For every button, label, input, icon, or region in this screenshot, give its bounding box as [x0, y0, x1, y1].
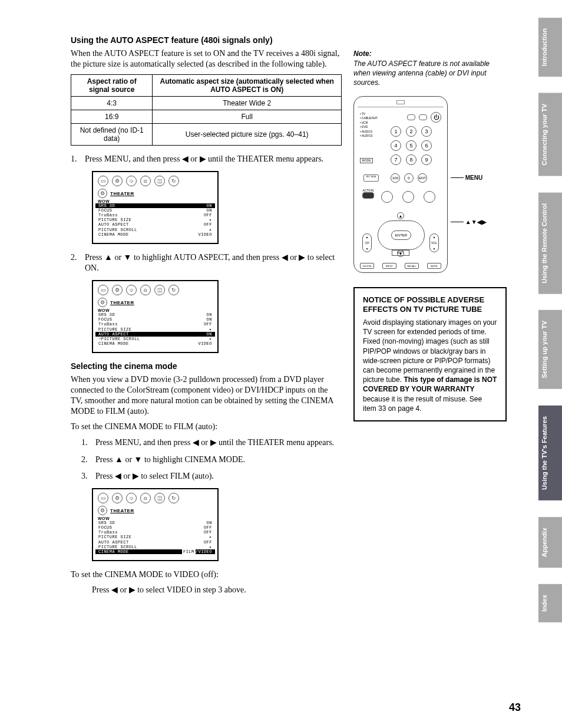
key-4: 4 — [391, 140, 401, 151]
osd-tab-icon: ⧈ — [140, 493, 151, 503]
tab-remote: Using the Remote Control — [538, 193, 562, 294]
section2-p3: To set the CINEMA MODE to VIDEO (off): — [71, 569, 342, 580]
table-cell: 4:3 — [71, 97, 153, 110]
cinema-step-3: 3.Press ◀ or ▶ to select FILM (auto). — [81, 471, 342, 482]
device-label: DVD — [360, 125, 378, 130]
osd-item: TruBass — [98, 530, 118, 535]
up-arrow-icon: ▲ — [397, 212, 404, 219]
osd-item: TruBass — [98, 322, 118, 327]
section2-p2: To set the CINEMA MODE to FILM (auto): — [71, 421, 342, 432]
note-text: The AUTO ASPECT feature is not available… — [353, 59, 507, 88]
recall-button: RECALL — [405, 263, 419, 269]
callout-arrows-label: ▲▼◀▶ — [465, 219, 487, 225]
osd-tab-icon: ☺ — [126, 176, 137, 186]
osd-title: THEATER — [110, 508, 134, 513]
osd-title: THEATER — [110, 191, 134, 196]
key-1: 1 — [391, 126, 401, 137]
osd-value: ON — [207, 521, 212, 525]
mode-button: MODE — [360, 158, 373, 163]
callout-menu: MENU — [451, 174, 482, 181]
osd-value: OFF — [204, 222, 212, 227]
step-text: Press ▲ or ▼ to highlight AUTO ASPECT, a… — [85, 252, 342, 275]
osd-subtitle: WOW — [98, 308, 213, 312]
callout-arrows: ▲▼◀▶ — [451, 219, 487, 225]
osd-item: AUTO ASPECT — [98, 332, 129, 337]
osd-item: SRS 3D — [98, 312, 115, 317]
left-column: Using the AUTO ASPECT feature (480i sign… — [71, 35, 342, 600]
osd-item: AUTO ASPECT — [98, 222, 129, 227]
osd-item: PICTURE SIZE — [98, 218, 131, 222]
step-1: 1.Press MENU, and then press ◀ or ▶ unti… — [71, 154, 342, 165]
table-cell: 16:9 — [71, 110, 153, 124]
step-number: 2. — [71, 252, 85, 275]
osd-item: FOCUS — [98, 317, 113, 322]
step-text: Press ◀ or ▶ to select FILM (auto). — [95, 471, 342, 482]
table-cell: Not defined (no ID-1 data) — [71, 124, 153, 146]
tab-introduction: Introduction — [538, 18, 562, 77]
power-button: ⏻ — [431, 112, 441, 123]
sleep-button — [419, 114, 427, 120]
key-100: 100 — [391, 173, 400, 183]
osd-screenshot-3: ▭ ⚙ ☺ ⧈ ◫ ↻ ⚙THEATER WOW SRS 3DON FOCUSO… — [92, 488, 219, 561]
table-cell: Full — [153, 110, 342, 124]
callout-menu-label: MENU — [465, 174, 482, 181]
osd-item: FOCUS — [98, 208, 113, 213]
input-button: INPUT — [382, 263, 396, 269]
osd-subtitle: WOW — [98, 516, 213, 521]
key-6: 6 — [421, 140, 432, 151]
osd-value: OFF — [204, 213, 212, 218]
notice-heading: NOTICE OF POSSIBLE ADVERSE EFFECTS ON TV… — [363, 295, 497, 315]
section1-intro: When the AUTO ASPECT feature is set to O… — [71, 48, 342, 70]
osd-item: CINEMA MODE — [98, 341, 129, 346]
ch-label: CH — [363, 241, 371, 245]
osd-tab-icon: ⚙ — [112, 493, 123, 503]
osd-value: ON — [207, 203, 212, 208]
cinema-step-1: 1.Press MENU, and then press ◀ or ▶ unti… — [81, 437, 342, 449]
remote-device-list: TV CABLE/SAT VCR DVD AUDIO1 AUDIO2 — [360, 112, 378, 139]
table-cell: User-selected picture size (pgs. 40–41) — [153, 124, 342, 146]
osd-title: THEATER — [110, 300, 134, 305]
favorite-button — [424, 191, 435, 203]
key-ent: ENT — [418, 173, 427, 183]
tab-index: Index — [538, 584, 562, 622]
cinema-step-2: 2.Press ▲ or ▼ to highlight CINEMA MODE. — [81, 454, 342, 466]
device-label: AUDIO2 — [360, 134, 378, 139]
device-label: TV — [360, 112, 378, 117]
key-2: 2 — [406, 126, 416, 137]
osd-value: OFF — [204, 530, 212, 535]
osd-tab-icon: ◫ — [154, 285, 165, 295]
page-number: 43 — [509, 701, 521, 714]
vol-label: VOL — [430, 241, 438, 245]
section2-p4: Press ◀ or ▶ to select VIDEO in step 3 a… — [71, 585, 342, 595]
osd-item: CINEMA MODE — [98, 232, 129, 237]
step-number: 1. — [71, 154, 85, 165]
ch-rocker: ▲CH▼ — [362, 233, 372, 252]
notice-text-2: because it is the result of misuse. See … — [363, 395, 482, 413]
tab-features: Using the TV's Features — [538, 406, 562, 500]
theater-icon: ⚙ — [98, 506, 107, 515]
table-header-1: Aspect ratio of signal source — [71, 75, 153, 97]
device-label: VCR — [360, 121, 378, 126]
osd-item: PICTURE SCROLL — [98, 545, 137, 549]
osd-item: PICTURE SCROLL — [101, 337, 140, 341]
notice-text-1: Avoid displaying stationary images on yo… — [363, 318, 497, 384]
osd-tab-icon: ◫ — [154, 176, 165, 186]
action-button — [362, 192, 374, 199]
note-heading: Note: — [353, 50, 507, 58]
osd-item: TruBass — [98, 213, 118, 218]
warranty-notice: NOTICE OF POSSIBLE ADVERSE EFFECTS ON TV… — [353, 287, 507, 421]
tab-connecting: Connecting your TV — [538, 93, 562, 176]
osd-tab-icon: ⧈ — [140, 285, 151, 295]
osd-tab-icon: ◫ — [154, 493, 165, 503]
osd-value: ON — [207, 332, 212, 337]
step-number: 1. — [81, 437, 95, 449]
key-8: 8 — [406, 154, 416, 165]
osd-tab-icon: ☺ — [126, 285, 137, 295]
vol-rocker: ▲VOL▼ — [429, 233, 439, 252]
osd-tab-icon: ⚙ — [112, 176, 123, 186]
device-label: AUDIO1 — [360, 130, 378, 134]
osd-screenshot-2: ▭ ⚙ ☺ ⧈ ◫ ↻ ⚙THEATER WOW SRS 3DON FOCUSO… — [92, 280, 219, 353]
key-0: 0 — [404, 173, 414, 183]
osd-tab-icon: ↻ — [168, 176, 179, 186]
osd-item: CINEMA MODE — [98, 549, 129, 554]
